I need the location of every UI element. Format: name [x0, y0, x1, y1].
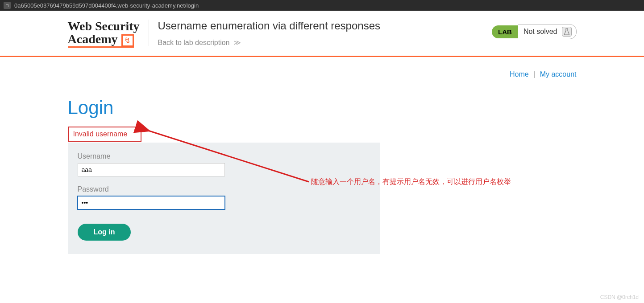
logo-line2: Academy: [68, 32, 118, 46]
lab-badge: LAB: [492, 25, 518, 38]
top-nav: Home | My account: [68, 70, 577, 78]
login-form: Username Password Log in: [68, 143, 380, 254]
nav-home[interactable]: Home: [510, 70, 529, 78]
logo-line1: Web Security: [68, 20, 140, 33]
username-input[interactable]: [78, 163, 225, 176]
error-message: Invalid username: [68, 127, 141, 142]
chevron-right-icon: ≫: [233, 39, 241, 46]
login-button[interactable]: Log in: [78, 224, 131, 241]
browser-url-bar: ⊓ 0a65005e03769479b59d597d004400f4.web-s…: [0, 0, 644, 11]
page-title: Login: [68, 97, 577, 119]
lab-status-text: Not solved: [518, 24, 577, 39]
main-content: Home | My account Login Invalid username…: [68, 57, 577, 254]
lab-header: Web Security Academy ↯ Username enumerat…: [0, 11, 644, 56]
logo-underline: [68, 46, 134, 48]
watermark: CSDN @0rch1d: [600, 294, 639, 300]
username-label: Username: [78, 152, 370, 160]
nav-separator: |: [533, 70, 535, 78]
url-text: 0a65005e03769479b59d597d004400f4.web-sec…: [14, 2, 199, 9]
nav-my-account[interactable]: My account: [540, 70, 577, 78]
back-to-lab-link[interactable]: Back to lab description ≫: [158, 39, 241, 46]
annotation-text: 随意输入一个用户名，有提示用户名无效，可以进行用户名枚举: [311, 177, 511, 187]
site-info-icon[interactable]: ⊓: [4, 2, 11, 9]
flask-icon: [562, 27, 572, 37]
academy-logo[interactable]: Web Security Academy ↯: [68, 20, 149, 46]
lab-status-widget: LAB Not solved: [492, 24, 576, 39]
password-input[interactable]: [78, 196, 225, 209]
bolt-icon: ↯: [121, 34, 134, 47]
